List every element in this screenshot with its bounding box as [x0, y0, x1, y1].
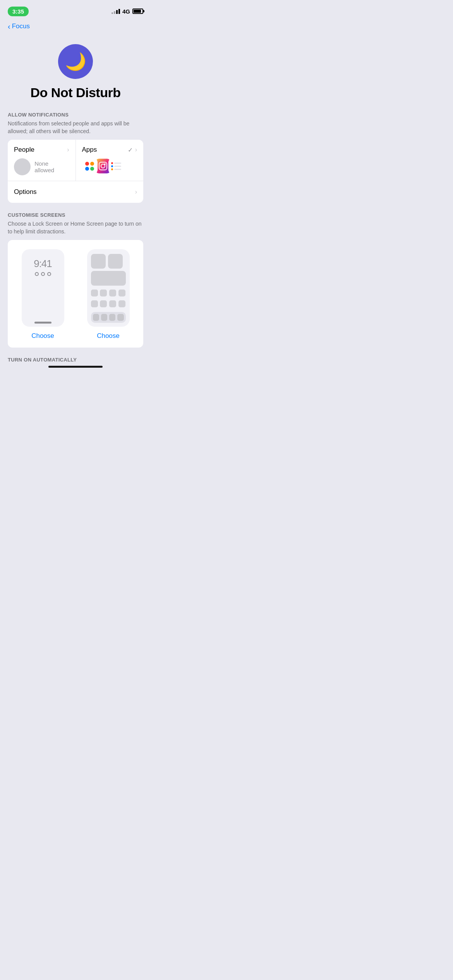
- dot-green: [90, 167, 94, 171]
- people-cell[interactable]: People › None allowed: [8, 140, 76, 181]
- signal-icon: [112, 9, 120, 14]
- lock-home-indicator: [34, 322, 51, 324]
- lock-dot-3: [47, 272, 51, 276]
- lock-screen-item: 9:41 Choose: [14, 249, 72, 340]
- battery-icon: [132, 9, 143, 14]
- people-title: People: [14, 146, 34, 154]
- apps-header-right: ✓ ›: [128, 146, 137, 154]
- reminders-app-icon: [108, 158, 124, 174]
- reminder-dot-1: [111, 162, 113, 164]
- grid-icon-5: [91, 300, 98, 307]
- grid-icon-1: [91, 290, 98, 296]
- dot-orange: [90, 162, 94, 166]
- dock-icon-4: [117, 314, 124, 321]
- options-chevron-icon: ›: [135, 188, 137, 195]
- apps-cell[interactable]: Apps ✓ ›: [76, 140, 144, 181]
- screens-card: 9:41 Choose: [8, 240, 143, 348]
- notifications-two-col: People › None allowed Apps ✓ ›: [8, 140, 143, 181]
- dnd-icon-circle: 🌙: [58, 44, 93, 79]
- dock-icon-2: [101, 314, 107, 321]
- home-screen-mockup: [87, 249, 130, 327]
- reminder-line-1: [111, 162, 121, 164]
- reminder-dot-3: [111, 168, 113, 170]
- apps-icon-stack: [82, 158, 137, 174]
- verified-badge-icon: ✓: [128, 146, 133, 154]
- network-label: 4G: [122, 8, 130, 15]
- dock-row: [91, 312, 126, 323]
- people-dots: [85, 162, 94, 171]
- notifications-card: People › None allowed Apps ✓ ›: [8, 140, 143, 203]
- grid-icon-2: [100, 290, 107, 296]
- none-allowed-label: None allowed: [34, 160, 69, 173]
- people-content: None allowed: [14, 158, 69, 175]
- back-button[interactable]: ‹ Focus: [8, 22, 30, 30]
- dock-icon-1: [93, 314, 99, 321]
- reminder-bar-1: [114, 163, 121, 164]
- home-screen-item: Choose: [79, 249, 137, 340]
- reminder-bar-2: [114, 166, 121, 167]
- turn-on-automatically-section: TURN ON AUTOMATICALLY: [0, 357, 151, 375]
- home-screen-choose-button[interactable]: Choose: [97, 332, 120, 340]
- turn-on-automatically-label: TURN ON AUTOMATICALLY: [0, 357, 151, 363]
- allow-notifications-section: ALLOW NOTIFICATIONS Notifications from s…: [0, 112, 151, 212]
- lock-screen-choose-button[interactable]: Choose: [31, 332, 54, 340]
- customise-screens-section: CUSTOMISE SCREENS Choose a Lock Screen o…: [0, 212, 151, 357]
- grid-icon-6: [100, 300, 107, 307]
- hero-section: 🌙 Do Not Disturb: [0, 36, 151, 112]
- avatar: [14, 158, 31, 175]
- page-title: Do Not Disturb: [31, 85, 121, 100]
- grid-icon-7: [109, 300, 116, 307]
- grid-icon-3: [109, 290, 116, 296]
- dock-icon-3: [109, 314, 115, 321]
- dot-red: [85, 162, 89, 166]
- lock-dot-2: [41, 272, 45, 276]
- reminder-line-3: [111, 168, 121, 170]
- dot-blue: [85, 167, 89, 171]
- widget-lg-1: [91, 271, 126, 286]
- people-app-icon: [82, 158, 98, 174]
- customise-screens-description: Choose a Lock Screen or Home Screen page…: [8, 220, 143, 235]
- people-chevron-icon: ›: [67, 146, 69, 153]
- apps-cell-header: Apps ✓ ›: [82, 146, 137, 154]
- status-right-icons: 4G: [112, 8, 143, 15]
- lock-dots: [35, 272, 51, 276]
- app-grid-row-1: [91, 290, 126, 296]
- options-row[interactable]: Options ›: [8, 181, 143, 203]
- reminder-line-2: [111, 165, 121, 167]
- reminder-dot-2: [111, 165, 113, 167]
- customise-screens-label: CUSTOMISE SCREENS: [8, 212, 143, 218]
- battery-fill: [134, 10, 141, 13]
- home-widget-row-1: [91, 254, 126, 269]
- moon-icon: 🌙: [65, 53, 86, 70]
- allow-notifications-description: Notifications from selected people and a…: [8, 120, 143, 135]
- widget-sm-1: [91, 254, 106, 269]
- reminder-bar-3: [114, 169, 121, 170]
- lock-screen-mockup: 9:41: [22, 249, 64, 327]
- grid-icon-4: [118, 290, 125, 296]
- people-cell-header: People ›: [14, 146, 69, 154]
- apps-chevron-icon: ›: [135, 146, 137, 153]
- widget-sm-2: [108, 254, 123, 269]
- time-display: 3:35: [8, 7, 29, 16]
- status-bar: 3:35 4G: [0, 0, 151, 19]
- screens-row: 9:41 Choose: [14, 249, 137, 340]
- nav-bar: ‹ Focus: [0, 19, 151, 36]
- insta-inner: [99, 162, 107, 170]
- app-grid-row-2: [91, 300, 126, 307]
- apps-title: Apps: [82, 146, 97, 154]
- grid-icon-8: [118, 300, 125, 307]
- lock-dot-1: [35, 272, 39, 276]
- home-widget-row-2: [91, 271, 126, 286]
- back-chevron-icon: ‹: [8, 22, 10, 30]
- home-indicator: [48, 366, 103, 368]
- options-title: Options: [14, 188, 37, 196]
- back-label: Focus: [12, 22, 30, 30]
- allow-notifications-label: ALLOW NOTIFICATIONS: [8, 112, 143, 118]
- lock-time: 9:41: [34, 258, 52, 270]
